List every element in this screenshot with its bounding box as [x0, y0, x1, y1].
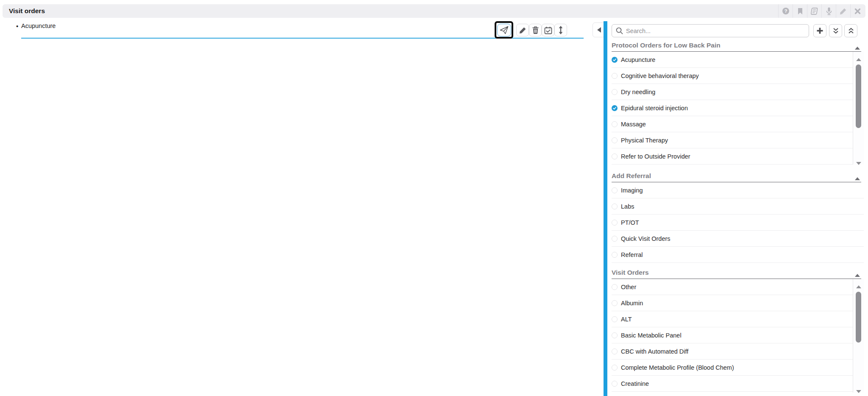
order-option-label: PT/OT	[621, 219, 639, 226]
order-checkbox-icon[interactable]	[612, 381, 618, 387]
search-box	[612, 24, 809, 37]
order-section: Protocol Orders for Low Back Pain Acupun…	[612, 42, 864, 165]
delete-order-button[interactable]	[529, 24, 542, 36]
paper-plane-icon	[500, 26, 509, 34]
order-checkbox-icon[interactable]	[612, 73, 618, 79]
order-option-row[interactable]: Epidural steroid injection	[612, 100, 853, 116]
calendar-check-icon	[544, 26, 552, 34]
section-scrollbar[interactable]	[853, 52, 864, 165]
section-header: Add Referral	[612, 172, 864, 181]
order-list-item[interactable]: • Acupuncture	[16, 20, 56, 32]
order-option-label: Cognitive behavioral therapy	[621, 73, 699, 79]
search-input[interactable]	[626, 28, 809, 34]
section-list: Imaging Labs PT/OT Quick Visit Orders Re…	[612, 182, 864, 263]
scroll-up-icon[interactable]	[856, 55, 861, 63]
order-option-row[interactable]: Quick Visit Orders	[612, 231, 864, 247]
order-section: Add Referral Imaging Labs PT/OT Quick Vi…	[612, 172, 864, 263]
order-option-row[interactable]: Other	[612, 279, 853, 295]
order-option-label: Epidural steroid injection	[621, 105, 688, 112]
order-option-row[interactable]: Referral	[612, 247, 864, 263]
order-option-label: Physical Therapy	[621, 137, 668, 144]
order-option-row[interactable]: Complete Metabolic Profile (Blood Chem)	[612, 360, 853, 376]
scroll-up-icon[interactable]	[856, 282, 861, 290]
order-checkbox-icon[interactable]	[612, 349, 618, 354]
order-checkbox-icon[interactable]	[612, 204, 618, 209]
bookmark-icon[interactable]	[793, 4, 807, 18]
order-checkbox-icon[interactable]	[612, 137, 618, 143]
close-icon[interactable]	[850, 4, 865, 18]
send-button[interactable]	[497, 24, 511, 36]
order-checkbox-icon[interactable]	[612, 365, 618, 371]
order-checkbox-icon[interactable]	[612, 153, 618, 159]
chevron-left-icon	[597, 27, 601, 33]
order-option-label: Massage	[621, 121, 646, 128]
order-checkbox-icon[interactable]	[612, 121, 618, 127]
order-checkbox-icon[interactable]	[612, 300, 618, 306]
expand-all-button[interactable]	[829, 24, 842, 37]
edit-icon[interactable]	[836, 4, 850, 18]
order-checkbox-icon[interactable]	[612, 89, 618, 95]
order-item-label: Acupuncture	[21, 22, 56, 29]
add-order-button[interactable]	[813, 24, 826, 37]
order-checkbox-icon[interactable]	[612, 220, 618, 226]
order-option-row[interactable]: CBC with Automated Diff	[612, 343, 853, 360]
scroll-down-icon[interactable]	[856, 159, 861, 167]
book-icon[interactable]	[807, 4, 821, 18]
section-scrollbar[interactable]	[853, 279, 864, 393]
schedule-order-button[interactable]	[542, 24, 554, 36]
order-option-row[interactable]: Acupuncture	[612, 52, 853, 68]
section-list: Other Albumin ALT Basic Metabolic Panel …	[612, 279, 864, 393]
page-title: Visit orders	[9, 4, 45, 18]
section-title: Protocol Orders for Low Back Pain	[612, 42, 721, 49]
vertical-resize-icon	[558, 26, 563, 34]
order-checkbox-icon[interactable]	[612, 236, 618, 242]
order-option-label: Imaging	[621, 187, 643, 194]
section-header: Protocol Orders for Low Back Pain	[612, 42, 864, 51]
double-chevron-up-icon	[848, 28, 854, 34]
order-checkbox-icon[interactable]	[612, 105, 618, 111]
order-option-label: CBC with Automated Diff	[621, 348, 688, 355]
collapse-section-icon[interactable]	[855, 44, 860, 51]
order-option-row[interactable]: Cognitive behavioral therapy	[612, 68, 853, 84]
scrollbar-thumb[interactable]	[856, 64, 861, 128]
order-option-label: Albumin	[621, 300, 643, 307]
collapse-section-icon[interactable]	[855, 271, 860, 279]
order-checkbox-icon[interactable]	[612, 187, 618, 193]
scroll-down-icon[interactable]	[856, 387, 861, 395]
order-checkbox-icon[interactable]	[612, 284, 618, 290]
help-icon[interactable]: ?	[778, 4, 793, 18]
order-option-row[interactable]: Creatinine	[612, 376, 853, 392]
order-option-row[interactable]: Dry needling	[612, 84, 853, 100]
order-option-row[interactable]: PT/OT	[612, 215, 864, 231]
order-checkbox-icon[interactable]	[612, 57, 618, 63]
order-option-label: Complete Metabolic Profile (Blood Chem)	[621, 364, 734, 371]
order-option-label: ALT	[621, 316, 632, 323]
search-icon	[616, 27, 623, 34]
order-option-row[interactable]: Basic Metabolic Panel	[612, 327, 853, 343]
order-option-row[interactable]: Refer to Outside Provider	[612, 148, 853, 165]
double-chevron-down-icon	[832, 28, 839, 34]
collapse-all-button[interactable]	[844, 24, 857, 37]
order-checkbox-icon[interactable]	[612, 252, 618, 258]
scrollbar-thumb[interactable]	[856, 292, 861, 343]
order-checkbox-icon[interactable]	[612, 332, 618, 338]
order-option-row[interactable]: ALT	[612, 311, 853, 327]
trash-icon	[532, 26, 539, 34]
resize-order-button[interactable]	[554, 24, 567, 36]
order-option-label: Labs	[621, 203, 634, 210]
section-title: Add Referral	[612, 172, 651, 179]
order-checkbox-icon[interactable]	[612, 316, 618, 322]
order-option-row[interactable]: Massage	[612, 116, 853, 132]
pencil-icon	[519, 27, 526, 34]
order-option-label: Dry needling	[621, 89, 655, 95]
order-option-label: Basic Metabolic Panel	[621, 332, 682, 339]
order-option-row[interactable]: Albumin	[612, 295, 853, 311]
order-option-label: Quick Visit Orders	[621, 235, 670, 242]
order-option-row[interactable]: Labs	[612, 198, 864, 215]
collapse-section-icon[interactable]	[855, 174, 860, 182]
order-option-row[interactable]: Physical Therapy	[612, 132, 853, 148]
order-option-row[interactable]: Imaging	[612, 182, 864, 198]
order-option-label: Referral	[621, 251, 643, 258]
microphone-icon[interactable]	[821, 4, 836, 18]
edit-order-button[interactable]	[516, 24, 529, 36]
